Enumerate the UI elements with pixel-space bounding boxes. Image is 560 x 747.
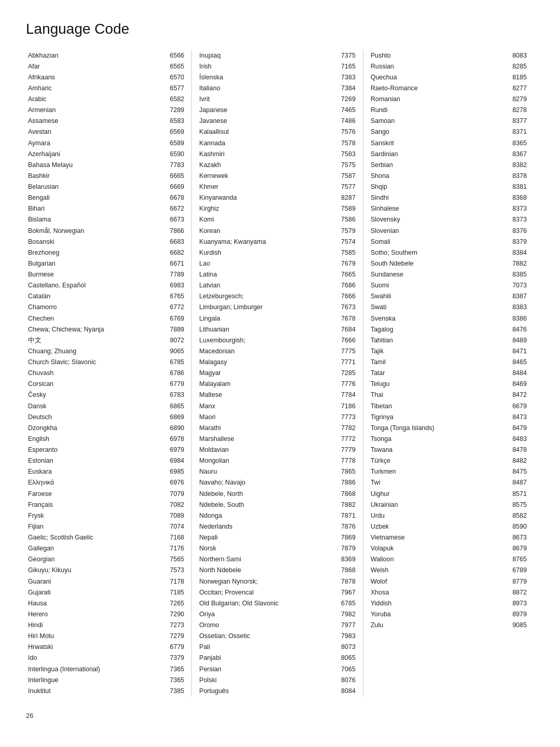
language-code: 6785 [164,357,184,367]
language-code: 7265 [164,599,184,608]
list-item: Belarusian6669 [26,182,186,192]
list-item: English6978 [26,433,186,444]
page-number: 26 [26,712,534,720]
language-code: 8381 [507,182,527,191]
list-item: Burmese7789 [26,269,186,280]
list-item: Lingala7678 [197,313,357,324]
language-name: Navaho; Navajo [199,478,335,487]
language-code: 6577 [164,84,184,93]
list-item: Norsk7879 [197,543,357,554]
language-code: 6678 [164,193,184,202]
list-item: Shqip8381 [369,182,529,192]
language-name: Walloon [371,555,507,564]
language-code: 7782 [336,423,356,433]
list-item: Urdu8582 [369,510,529,521]
language-code: 7878 [336,577,356,586]
list-item: Ukrainian8575 [369,499,529,510]
language-name: Tajik [371,347,507,356]
language-name: Moldavian [199,445,335,454]
language-code: 7869 [336,533,356,542]
list-item: Komi7586 [197,214,357,225]
language-name: Belarusian [28,182,164,191]
list-item: Kurdish7585 [197,247,357,258]
language-code: 7577 [336,182,356,191]
language-code: 7673 [336,302,356,312]
language-name: Urdu [371,511,507,520]
language-code: 6789 [507,565,527,575]
list-item: Suomi7073 [369,280,529,291]
language-code: 7889 [164,325,184,334]
list-item: Uighur8571 [369,488,529,499]
list-item: Gaelic; Scottish Gaelic7168 [26,532,186,543]
list-item: South Ndebele7882 [369,258,529,269]
language-name: Afrikaans [28,73,164,82]
language-code: 8368 [507,193,527,202]
language-name: Afar [28,62,164,71]
language-name: Tsonga [371,434,507,444]
language-code: 7185 [164,588,184,597]
list-item: Twi8487 [369,477,529,488]
list-item: Tamil8465 [369,357,529,368]
list-item: Norwegian Nynorsk;7878 [197,576,357,587]
language-code: 6589 [164,139,184,148]
list-item: Oromo7977 [197,620,357,631]
language-code: 7665 [336,270,356,279]
language-name: Sotho; Southern [371,248,507,257]
language-code: 9072 [164,336,184,345]
language-name: Georgian [28,555,164,564]
list-item: Ελληνικά6976 [26,477,186,488]
list-item: Uzbek8590 [369,521,529,532]
language-name: Korean [199,226,335,236]
language-code: 7385 [164,686,184,696]
language-name: Dansk [28,402,164,411]
language-code: 6583 [164,116,184,126]
language-name: Hausa [28,599,164,608]
language-code: 9085 [507,620,527,630]
list-item: Sinhalese8373 [369,203,529,214]
language-name: Amharic [28,84,164,93]
list-item: Gikuyu; Kikuyu7573 [26,565,186,576]
language-name: Javanese [199,116,335,126]
language-code: 8479 [507,423,527,433]
language-code: 7778 [336,456,356,465]
language-name: Nederlands [199,522,335,531]
language-name: Türkçe [371,456,507,465]
language-name: Somali [371,237,507,246]
list-item: Chewa; Chichewa; Nyanja7889 [26,324,186,335]
list-item: Old Bulgarian; Old Slavonic6785 [197,598,357,608]
language-name: Ukrainian [371,500,507,509]
language-code: 7186 [336,402,356,411]
list-item: Javanese7486 [197,116,357,127]
list-item: Magyar7285 [197,368,357,379]
language-code: 8373 [507,204,527,213]
list-item: Bulgarian6671 [26,258,186,269]
language-name: Irish [199,62,335,71]
language-name: Malayalam [199,379,335,389]
language-code: 7678 [336,314,356,323]
list-item: Aymara6589 [26,137,186,148]
language-code: 7775 [336,347,356,356]
language-code: 6783 [164,390,184,399]
language-name: Bosanski [28,237,164,246]
language-name: Gallegan [28,544,164,553]
list-item: Türkçe8482 [369,455,529,466]
language-code: 8483 [507,434,527,444]
language-name: Marathi [199,423,335,433]
language-code: 8487 [507,478,527,487]
list-item: Chamorro6772 [26,302,186,313]
language-code: 6569 [164,127,184,136]
language-name: Chechen [28,314,164,323]
language-name: Wolof [371,577,507,586]
language-name: Tatar [371,368,507,378]
language-name: Turkmen [371,467,507,476]
language-code: 7165 [336,62,356,71]
language-code: 7771 [336,357,356,367]
list-item: Yoruba8979 [369,608,529,619]
language-code: 7375 [336,51,356,60]
language-name: Azerhaijani [28,149,164,159]
language-name: Ido [28,653,164,662]
list-item: Irish7165 [197,61,357,72]
language-name: Twi [371,478,507,487]
language-code: 6779 [164,642,184,652]
list-item: Xhosa8872 [369,587,529,598]
